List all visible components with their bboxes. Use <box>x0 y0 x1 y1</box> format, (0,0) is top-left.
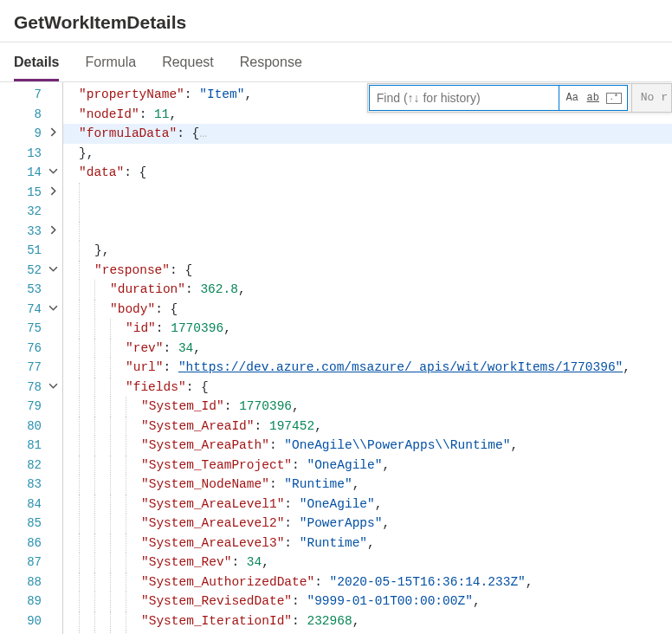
line-number: 74 <box>16 300 45 320</box>
chevron-down-icon[interactable] <box>45 163 61 183</box>
line-number: 13 <box>16 144 45 164</box>
line-number: 8 <box>16 105 45 125</box>
chevron-right-icon[interactable] <box>45 124 61 144</box>
gutter-line: 9 <box>0 124 62 144</box>
line-number: 81 <box>16 436 45 456</box>
line-number: 78 <box>16 378 45 398</box>
gutter-line: 86 <box>0 534 62 553</box>
line-number: 15 <box>16 183 45 203</box>
code-editor[interactable]: Aa ab .* No r 78913141532335152537475767… <box>0 82 672 634</box>
line-number: 91 <box>16 631 45 634</box>
gutter-line: 74 <box>0 300 62 320</box>
line-number: 7 <box>16 85 45 105</box>
gutter-line: 51 <box>0 241 62 261</box>
line-number: 87 <box>16 553 45 573</box>
line-number: 52 <box>16 261 45 281</box>
line-number: 86 <box>16 534 45 553</box>
line-number: 53 <box>16 280 45 300</box>
chevron-down-icon[interactable] <box>45 261 61 281</box>
line-number: 77 <box>16 358 45 378</box>
gutter-line: 88 <box>0 573 62 592</box>
line-number: 51 <box>16 241 45 261</box>
line-number: 76 <box>16 339 45 359</box>
line-number: 33 <box>16 222 45 242</box>
line-number: 89 <box>16 592 45 611</box>
gutter-line: 15 <box>0 183 62 203</box>
find-options: Aa ab .* <box>559 85 628 111</box>
code-content[interactable]: "propertyName": "Item", "nodeId": 11, "f… <box>62 82 672 634</box>
gutter-line: 33 <box>0 222 62 242</box>
gutter-line: 84 <box>0 495 62 514</box>
gutter-line: 8 <box>0 105 62 125</box>
tab-request[interactable]: Request <box>162 42 214 81</box>
gutter-line: 52 <box>0 261 62 281</box>
gutter-line: 7 <box>0 85 62 105</box>
gutter-line: 81 <box>0 436 62 456</box>
gutter-line: 89 <box>0 592 62 611</box>
line-number: 14 <box>16 163 45 183</box>
line-number: 80 <box>16 417 45 437</box>
find-no-results: No r <box>636 88 671 108</box>
line-number: 9 <box>16 124 45 144</box>
gutter-line: 83 <box>0 475 62 495</box>
line-number: 82 <box>16 456 45 476</box>
regex-icon[interactable]: .* <box>606 93 622 104</box>
line-number: 90 <box>16 611 45 631</box>
gutter-line: 53 <box>0 280 62 300</box>
gutter-line: 91 <box>0 631 62 634</box>
gutter-line: 79 <box>0 397 62 417</box>
fold-ellipsis[interactable]: … <box>199 126 207 140</box>
gutter-line: 82 <box>0 456 62 476</box>
line-number: 75 <box>16 319 45 339</box>
line-number: 83 <box>16 475 45 495</box>
chevron-down-icon[interactable] <box>45 378 61 398</box>
gutter-line: 87 <box>0 553 62 573</box>
line-number: 79 <box>16 397 45 417</box>
tab-bar: Details Formula Request Response <box>0 42 672 82</box>
line-gutter: 7891314153233515253747576777879808182838… <box>0 82 62 634</box>
gutter-line: 78 <box>0 378 62 398</box>
match-case-icon[interactable]: Aa <box>565 90 580 106</box>
gutter-line: 32 <box>0 202 62 222</box>
line-number: 84 <box>16 495 45 514</box>
find-widget: Aa ab .* No r <box>367 83 672 113</box>
find-separator <box>631 84 632 112</box>
whole-word-icon[interactable]: ab <box>585 90 601 106</box>
gutter-line: 14 <box>0 163 62 183</box>
tab-details[interactable]: Details <box>14 42 59 81</box>
page-title: GetWorkItemDetails <box>14 12 658 33</box>
header: GetWorkItemDetails <box>0 0 672 42</box>
tab-response[interactable]: Response <box>240 42 302 81</box>
tab-formula[interactable]: Formula <box>85 42 136 81</box>
gutter-line: 75 <box>0 319 62 339</box>
line-number: 88 <box>16 573 45 592</box>
gutter-line: 80 <box>0 417 62 437</box>
chevron-right-icon[interactable] <box>45 222 61 242</box>
find-input[interactable] <box>369 85 559 111</box>
gutter-line: 77 <box>0 358 62 378</box>
gutter-line: 85 <box>0 514 62 534</box>
gutter-line: 13 <box>0 144 62 164</box>
chevron-down-icon[interactable] <box>45 300 61 320</box>
line-number: 85 <box>16 514 45 534</box>
gutter-line: 90 <box>0 611 62 631</box>
gutter-line: 76 <box>0 339 62 359</box>
chevron-right-icon[interactable] <box>45 183 61 203</box>
line-number: 32 <box>16 202 45 222</box>
